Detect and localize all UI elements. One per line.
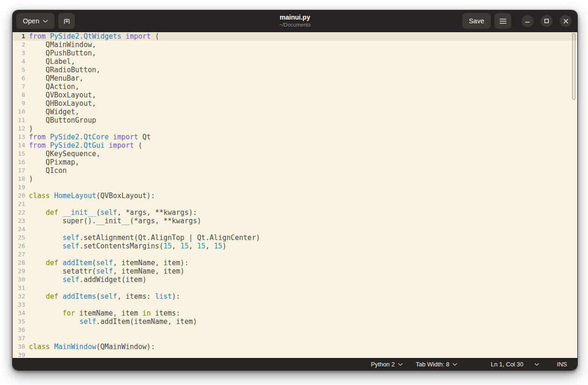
code-line[interactable]: 31	[13, 284, 577, 292]
code-line[interactable]: 21	[13, 200, 577, 208]
code-line[interactable]: 30 self.addWidget(item)	[13, 275, 577, 284]
close-icon	[563, 19, 568, 24]
language-label: Python 2	[371, 361, 395, 368]
code-line[interactable]: 15 QKeySequence,	[13, 150, 577, 158]
line-number: 30	[13, 275, 25, 284]
line-number: 9	[13, 99, 25, 108]
line-number: 8	[13, 91, 25, 99]
code-line[interactable]: 22 def __init__(self, *args, **kwargs):	[13, 208, 577, 217]
line-number: 6	[13, 74, 25, 82]
vertical-scrollbar[interactable]	[572, 33, 575, 100]
cursor-position-button[interactable]: Ln 1, Col 30	[491, 361, 539, 368]
code-line[interactable]: 18)	[13, 175, 577, 183]
code-line[interactable]: 1from PySide2.QtWidgets import (	[13, 32, 577, 41]
line-number: 2	[13, 41, 25, 49]
new-tab-icon	[63, 17, 71, 25]
code-line-text: QKeySequence,	[29, 150, 101, 158]
code-line-text: QPixmap,	[29, 158, 79, 166]
save-button[interactable]: Save	[462, 13, 491, 29]
code-line[interactable]: 16 QPixmap,	[13, 158, 577, 166]
code-line[interactable]: 2 QMainWindow,	[13, 41, 577, 49]
line-number: 13	[13, 133, 25, 141]
code-line[interactable]: 4 QLabel,	[13, 57, 577, 66]
code-line[interactable]: 33	[13, 301, 577, 309]
code-line[interactable]: 14from PySide2.QtGui import (	[13, 141, 577, 150]
tab-width-label: Tab Width: 8	[416, 361, 449, 368]
code-line[interactable]: 8 QVBoxLayout,	[13, 91, 577, 99]
code-line[interactable]: 3 QPushButton,	[13, 49, 577, 57]
code-line[interactable]: 17 QIcon	[13, 166, 577, 175]
line-number: 11	[13, 116, 25, 124]
window-title-block: mainui.py ~/Documents	[279, 14, 311, 28]
code-line[interactable]: 20class HomeLayout(QVBoxLayout):	[13, 192, 577, 200]
line-number: 23	[13, 217, 25, 225]
code-line[interactable]: 29 setattr(self, itemName, item)	[13, 267, 577, 275]
code-line-text: def addItems(self, items: list):	[29, 292, 180, 301]
code-line[interactable]: 12)	[13, 124, 577, 133]
code-line[interactable]: 39	[13, 351, 577, 358]
code-line-text: QMainWindow,	[29, 41, 96, 49]
code-line[interactable]: 6 QMenuBar,	[13, 74, 577, 82]
code-line[interactable]: 28 def addItem(self, itemName, item):	[13, 259, 577, 267]
line-number: 24	[13, 225, 25, 234]
code-line[interactable]: 36	[13, 326, 577, 334]
code-line-text: QPushButton,	[29, 49, 96, 57]
code-line[interactable]: 13from PySide2.QtCore import Qt	[13, 133, 577, 141]
code-line[interactable]: 9 QHBoxLayout,	[13, 99, 577, 108]
line-number: 25	[13, 234, 25, 242]
minimize-icon	[525, 19, 530, 23]
line-number: 28	[13, 259, 25, 267]
code-line[interactable]: 5 QRadioButton,	[13, 66, 577, 74]
open-button[interactable]: Open	[16, 13, 54, 29]
code-line[interactable]: 7 QAction,	[13, 82, 577, 91]
line-number: 22	[13, 208, 25, 217]
new-tab-button[interactable]	[58, 13, 75, 29]
line-number: 19	[13, 183, 25, 192]
window-controls	[521, 15, 572, 27]
maximize-button[interactable]	[541, 15, 553, 27]
code-line[interactable]: 25 self.setAlignment(Qt.AlignTop | Qt.Al…	[13, 234, 577, 242]
insert-mode-indicator: INS	[557, 361, 567, 368]
tab-width-selector[interactable]: Tab Width: 8	[416, 361, 457, 368]
code-line[interactable]: 23 super().__init__(*args, **kwargs)	[13, 217, 577, 225]
code-line[interactable]: 34 for itemName, item in items:	[13, 309, 577, 317]
code-line[interactable]: 26 self.setContentsMargins(15, 15, 15, 1…	[13, 242, 577, 250]
code-line-text: self.addWidget(item)	[29, 275, 147, 284]
code-line-text: self.addItem(itemName, item)	[29, 317, 197, 326]
code-line[interactable]: 37	[13, 334, 577, 343]
code-line[interactable]: 24	[13, 225, 577, 234]
line-number: 34	[13, 309, 25, 317]
header-left-group: Open	[16, 13, 75, 29]
line-number: 36	[13, 326, 25, 334]
line-number: 10	[13, 108, 25, 116]
line-number: 1	[13, 32, 25, 41]
cursor-position-label: Ln 1, Col 30	[491, 361, 523, 368]
menu-button[interactable]	[494, 13, 511, 29]
code-editor[interactable]: 1from PySide2.QtWidgets import (2 QMainW…	[13, 32, 577, 358]
line-number: 31	[13, 284, 25, 292]
line-number: 17	[13, 166, 25, 175]
code-line-text: self.setContentsMargins(15, 15, 15, 15)	[29, 242, 226, 250]
code-line-text: QMenuBar,	[29, 74, 83, 82]
code-line[interactable]: 10 QWidget,	[13, 108, 577, 116]
code-line-text: from PySide2.QtCore import Qt	[29, 133, 151, 141]
close-button[interactable]	[560, 15, 572, 27]
code-line-text: class MainWindow(QMainWindow):	[29, 343, 155, 351]
line-number: 14	[13, 141, 25, 150]
code-line[interactable]: 35 self.addItem(itemName, item)	[13, 317, 577, 326]
code-line[interactable]: 32 def addItems(self, items: list):	[13, 292, 577, 301]
line-number: 33	[13, 301, 25, 309]
code-line-text: from PySide2.QtGui import (	[29, 141, 142, 150]
language-selector[interactable]: Python 2	[371, 361, 403, 368]
document-title: mainui.py	[279, 14, 311, 21]
code-line[interactable]: 19	[13, 183, 577, 192]
line-number: 12	[13, 124, 25, 133]
chevron-down-icon	[398, 363, 403, 366]
code-line[interactable]: 27	[13, 250, 577, 259]
maximize-icon	[544, 19, 549, 23]
minimize-button[interactable]	[521, 15, 534, 27]
code-line[interactable]: 11 QButtonGroup	[13, 116, 577, 124]
code-line[interactable]: 38class MainWindow(QMainWindow):	[13, 343, 577, 351]
code-area: 1from PySide2.QtWidgets import (2 QMainW…	[13, 32, 577, 358]
code-line-text: QButtonGroup	[29, 116, 96, 124]
